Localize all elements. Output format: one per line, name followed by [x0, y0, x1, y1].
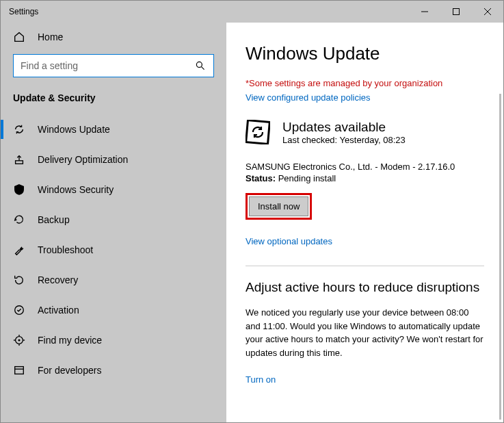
sidebar-item-recovery[interactable]: Recovery	[1, 265, 226, 295]
recovery-icon	[13, 274, 25, 286]
scrollbar[interactable]	[499, 94, 501, 420]
location-icon	[13, 334, 25, 346]
activation-icon	[13, 304, 25, 316]
home-icon	[13, 31, 25, 43]
sidebar-item-label: Activation	[38, 305, 79, 316]
sidebar-item-label: For developers	[38, 365, 101, 376]
managed-note: *Some settings are managed by your organ…	[246, 78, 484, 88]
svg-rect-6	[16, 161, 23, 164]
sidebar-item-for-developers[interactable]: For developers	[1, 355, 226, 385]
active-hours-heading: Adjust active hours to reduce disruption…	[246, 280, 484, 295]
sidebar-item-activation[interactable]: Activation	[1, 295, 226, 325]
close-button[interactable]	[472, 1, 503, 23]
sidebar-item-backup[interactable]: Backup	[1, 205, 226, 235]
update-item-status: Status: Pending install	[246, 173, 484, 183]
svg-point-9	[18, 339, 20, 341]
sidebar: Home Update & Security Windows Update De…	[1, 23, 226, 423]
sidebar-item-windows-security[interactable]: Windows Security	[1, 175, 226, 205]
sidebar-item-label: Delivery Optimization	[38, 154, 128, 165]
home-label: Home	[38, 31, 63, 42]
section-heading: Update & Security	[1, 77, 226, 114]
titlebar: Settings	[1, 1, 503, 23]
sidebar-item-label: Recovery	[38, 274, 78, 285]
turn-on-link[interactable]: Turn on	[246, 374, 484, 385]
svg-rect-1	[453, 9, 460, 15]
divider	[246, 266, 484, 266]
wrench-icon	[13, 244, 25, 256]
updates-title: Updates available	[282, 120, 406, 135]
last-checked: Last checked: Yesterday, 08:23	[282, 135, 406, 145]
search-input[interactable]	[21, 60, 194, 71]
minimize-button[interactable]	[409, 1, 440, 23]
sidebar-item-label: Troubleshoot	[38, 244, 93, 255]
svg-line-5	[202, 67, 204, 70]
delivery-icon	[13, 153, 25, 166]
svg-rect-16	[246, 120, 270, 144]
svg-point-4	[196, 62, 202, 67]
active-hours-body: We noticed you regularly use your device…	[246, 306, 484, 359]
policies-link[interactable]: View configured update policies	[246, 92, 371, 103]
sidebar-item-label: Windows Security	[38, 184, 114, 195]
search-icon	[194, 60, 207, 72]
sidebar-item-label: Windows Update	[38, 124, 110, 135]
sidebar-item-find-my-device[interactable]: Find my device	[1, 325, 226, 355]
optional-updates-link[interactable]: View optional updates	[246, 236, 484, 246]
sidebar-home[interactable]: Home	[1, 23, 226, 49]
shield-icon	[13, 183, 25, 196]
install-now-button[interactable]: Install now	[249, 196, 308, 216]
sidebar-item-label: Backup	[38, 214, 70, 225]
sidebar-item-label: Find my device	[38, 335, 102, 346]
update-status-icon	[246, 120, 270, 144]
update-item-name: SAMSUNG Electronics Co., Ltd. - Modem - …	[246, 162, 484, 172]
developers-icon	[13, 364, 25, 376]
sidebar-item-troubleshoot[interactable]: Troubleshoot	[1, 235, 226, 265]
maximize-button[interactable]	[440, 1, 472, 23]
svg-rect-14	[15, 367, 24, 374]
sidebar-item-delivery-optimization[interactable]: Delivery Optimization	[1, 144, 226, 175]
window-title: Settings	[1, 7, 38, 16]
main-pane: Windows Update *Some settings are manage…	[226, 23, 503, 423]
highlight-box: Install now	[246, 193, 312, 220]
search-box[interactable]	[13, 54, 214, 77]
backup-icon	[13, 214, 25, 226]
sync-icon	[13, 123, 25, 136]
sidebar-item-windows-update[interactable]: Windows Update	[1, 114, 226, 144]
page-heading: Windows Update	[246, 43, 484, 64]
